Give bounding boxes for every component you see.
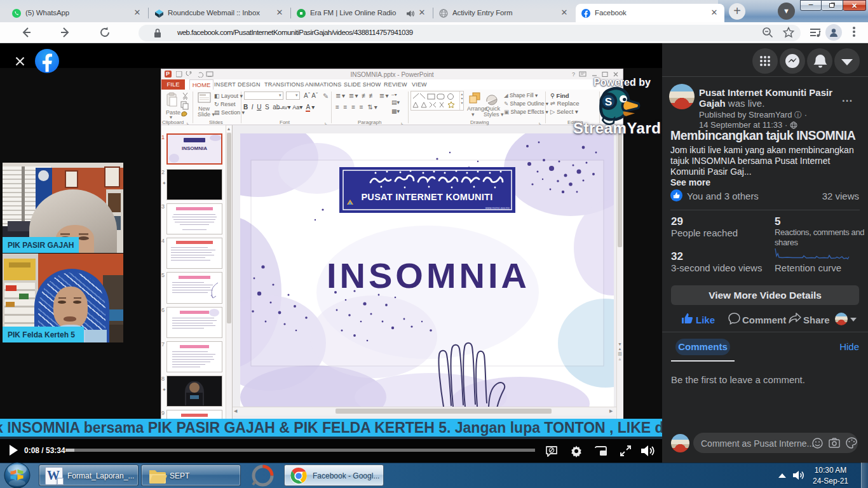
svg-text:S: S <box>605 95 612 108</box>
svg-text:PUSAT INTERNET KOMUNITI: PUSAT INTERNET KOMUNITI <box>361 192 492 202</box>
svg-text:www.mcmc.gov.my: www.mcmc.gov.my <box>485 207 510 210</box>
svg-text:INSOMNIA: INSOMNIA <box>327 255 530 295</box>
